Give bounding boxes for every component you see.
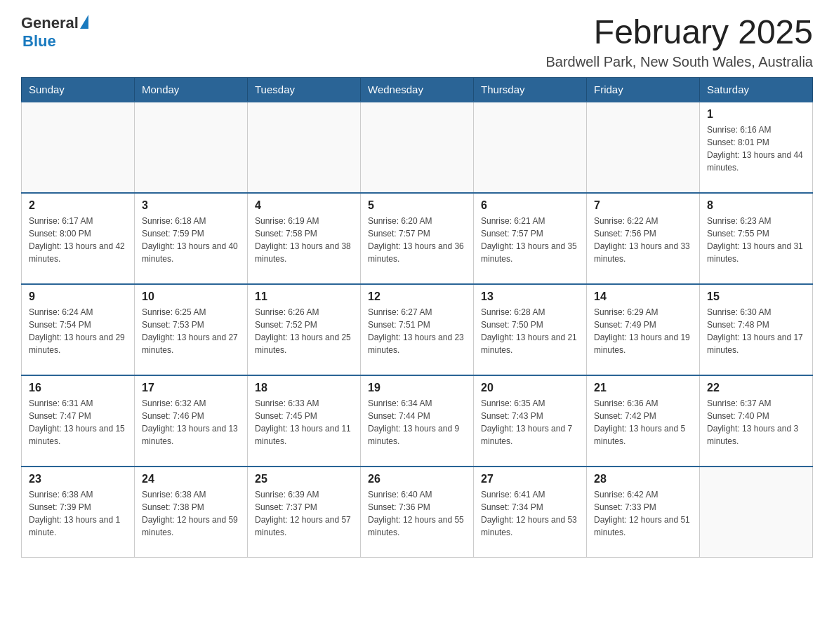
calendar-cell: 25Sunrise: 6:39 AM Sunset: 7:37 PM Dayli… (248, 467, 361, 558)
logo-triangle-icon (80, 15, 88, 29)
day-info: Sunrise: 6:42 AM Sunset: 7:33 PM Dayligh… (594, 488, 692, 539)
calendar-cell: 26Sunrise: 6:40 AM Sunset: 7:36 PM Dayli… (361, 467, 474, 558)
calendar-cell (22, 102, 135, 193)
day-info: Sunrise: 6:38 AM Sunset: 7:38 PM Dayligh… (142, 488, 240, 539)
calendar-cell: 7Sunrise: 6:22 AM Sunset: 7:56 PM Daylig… (587, 193, 700, 284)
calendar-cell: 16Sunrise: 6:31 AM Sunset: 7:47 PM Dayli… (22, 375, 135, 467)
day-info: Sunrise: 6:39 AM Sunset: 7:37 PM Dayligh… (255, 488, 353, 539)
day-number: 7 (594, 199, 692, 212)
day-number: 12 (368, 290, 466, 303)
calendar-cell: 23Sunrise: 6:38 AM Sunset: 7:39 PM Dayli… (22, 467, 135, 558)
day-number: 25 (255, 473, 353, 485)
day-info: Sunrise: 6:34 AM Sunset: 7:44 PM Dayligh… (368, 397, 466, 448)
week-row-1: 2Sunrise: 6:17 AM Sunset: 8:00 PM Daylig… (22, 193, 813, 284)
calendar-cell: 27Sunrise: 6:41 AM Sunset: 7:34 PM Dayli… (474, 467, 587, 558)
day-info: Sunrise: 6:36 AM Sunset: 7:42 PM Dayligh… (594, 397, 692, 448)
calendar-cell: 17Sunrise: 6:32 AM Sunset: 7:46 PM Dayli… (135, 375, 248, 467)
week-row-4: 23Sunrise: 6:38 AM Sunset: 7:39 PM Dayli… (22, 467, 813, 558)
calendar-cell: 8Sunrise: 6:23 AM Sunset: 7:55 PM Daylig… (700, 193, 813, 284)
week-row-0: 1Sunrise: 6:16 AM Sunset: 8:01 PM Daylig… (22, 102, 813, 193)
calendar-cell: 21Sunrise: 6:36 AM Sunset: 7:42 PM Dayli… (587, 375, 700, 467)
day-info: Sunrise: 6:26 AM Sunset: 7:52 PM Dayligh… (255, 306, 353, 356)
calendar-table: SundayMondayTuesdayWednesdayThursdayFrid… (21, 77, 813, 558)
day-number: 26 (368, 473, 466, 485)
calendar-cell: 5Sunrise: 6:20 AM Sunset: 7:57 PM Daylig… (361, 193, 474, 284)
header-wednesday: Wednesday (361, 77, 474, 102)
day-info: Sunrise: 6:16 AM Sunset: 8:01 PM Dayligh… (707, 123, 805, 174)
day-number: 22 (707, 382, 805, 394)
week-row-2: 9Sunrise: 6:24 AM Sunset: 7:54 PM Daylig… (22, 284, 813, 375)
day-number: 15 (707, 290, 805, 303)
day-info: Sunrise: 6:40 AM Sunset: 7:36 PM Dayligh… (368, 488, 466, 539)
day-info: Sunrise: 6:17 AM Sunset: 8:00 PM Dayligh… (29, 215, 127, 265)
logo-general-text: General (21, 14, 79, 32)
calendar-cell (248, 102, 361, 193)
calendar-cell (474, 102, 587, 193)
page-header: General Blue February 2025 Bardwell Park… (21, 14, 813, 70)
day-number: 24 (142, 473, 240, 485)
day-info: Sunrise: 6:38 AM Sunset: 7:39 PM Dayligh… (29, 488, 127, 539)
day-info: Sunrise: 6:27 AM Sunset: 7:51 PM Dayligh… (368, 306, 466, 356)
calendar-cell: 3Sunrise: 6:18 AM Sunset: 7:59 PM Daylig… (135, 193, 248, 284)
calendar-cell: 22Sunrise: 6:37 AM Sunset: 7:40 PM Dayli… (700, 375, 813, 467)
calendar-cell: 13Sunrise: 6:28 AM Sunset: 7:50 PM Dayli… (474, 284, 587, 375)
day-info: Sunrise: 6:22 AM Sunset: 7:56 PM Dayligh… (594, 215, 692, 265)
title-section: February 2025 Bardwell Park, New South W… (545, 14, 813, 70)
calendar-cell (587, 102, 700, 193)
day-number: 5 (368, 199, 466, 212)
day-number: 27 (481, 473, 579, 485)
day-number: 17 (142, 382, 240, 394)
day-info: Sunrise: 6:35 AM Sunset: 7:43 PM Dayligh… (481, 397, 579, 448)
day-info: Sunrise: 6:33 AM Sunset: 7:45 PM Dayligh… (255, 397, 353, 448)
day-number: 8 (707, 199, 805, 212)
calendar-cell: 15Sunrise: 6:30 AM Sunset: 7:48 PM Dayli… (700, 284, 813, 375)
header-friday: Friday (587, 77, 700, 102)
day-number: 11 (255, 290, 353, 303)
day-number: 4 (255, 199, 353, 212)
day-number: 9 (29, 290, 127, 303)
day-number: 23 (29, 473, 127, 485)
day-number: 18 (255, 382, 353, 394)
location-title: Bardwell Park, New South Wales, Australi… (545, 54, 813, 70)
day-number: 1 (707, 108, 805, 121)
day-number: 3 (142, 199, 240, 212)
logo-blue-text: Blue (22, 32, 56, 51)
header-saturday: Saturday (700, 77, 813, 102)
day-info: Sunrise: 6:29 AM Sunset: 7:49 PM Dayligh… (594, 306, 692, 356)
day-info: Sunrise: 6:24 AM Sunset: 7:54 PM Dayligh… (29, 306, 127, 356)
calendar-cell: 14Sunrise: 6:29 AM Sunset: 7:49 PM Dayli… (587, 284, 700, 375)
month-title: February 2025 (545, 14, 813, 51)
calendar-cell: 18Sunrise: 6:33 AM Sunset: 7:45 PM Dayli… (248, 375, 361, 467)
calendar-cell (361, 102, 474, 193)
day-number: 13 (481, 290, 579, 303)
day-info: Sunrise: 6:41 AM Sunset: 7:34 PM Dayligh… (481, 488, 579, 539)
day-number: 21 (594, 382, 692, 394)
logo: General Blue (21, 14, 88, 51)
calendar-cell: 6Sunrise: 6:21 AM Sunset: 7:57 PM Daylig… (474, 193, 587, 284)
calendar-header-row: SundayMondayTuesdayWednesdayThursdayFrid… (22, 77, 813, 102)
day-number: 16 (29, 382, 127, 394)
day-info: Sunrise: 6:23 AM Sunset: 7:55 PM Dayligh… (707, 215, 805, 265)
calendar-cell (135, 102, 248, 193)
day-info: Sunrise: 6:32 AM Sunset: 7:46 PM Dayligh… (142, 397, 240, 448)
header-sunday: Sunday (22, 77, 135, 102)
day-number: 28 (594, 473, 692, 485)
calendar-cell: 12Sunrise: 6:27 AM Sunset: 7:51 PM Dayli… (361, 284, 474, 375)
calendar-cell: 1Sunrise: 6:16 AM Sunset: 8:01 PM Daylig… (700, 102, 813, 193)
day-info: Sunrise: 6:28 AM Sunset: 7:50 PM Dayligh… (481, 306, 579, 356)
day-number: 2 (29, 199, 127, 212)
day-info: Sunrise: 6:31 AM Sunset: 7:47 PM Dayligh… (29, 397, 127, 448)
calendar-cell: 4Sunrise: 6:19 AM Sunset: 7:58 PM Daylig… (248, 193, 361, 284)
calendar-cell: 11Sunrise: 6:26 AM Sunset: 7:52 PM Dayli… (248, 284, 361, 375)
calendar-cell (700, 467, 813, 558)
day-info: Sunrise: 6:20 AM Sunset: 7:57 PM Dayligh… (368, 215, 466, 265)
calendar-cell: 24Sunrise: 6:38 AM Sunset: 7:38 PM Dayli… (135, 467, 248, 558)
day-number: 6 (481, 199, 579, 212)
day-info: Sunrise: 6:25 AM Sunset: 7:53 PM Dayligh… (142, 306, 240, 356)
day-info: Sunrise: 6:30 AM Sunset: 7:48 PM Dayligh… (707, 306, 805, 356)
calendar-cell: 19Sunrise: 6:34 AM Sunset: 7:44 PM Dayli… (361, 375, 474, 467)
day-number: 19 (368, 382, 466, 394)
day-number: 10 (142, 290, 240, 303)
calendar-cell: 10Sunrise: 6:25 AM Sunset: 7:53 PM Dayli… (135, 284, 248, 375)
day-info: Sunrise: 6:37 AM Sunset: 7:40 PM Dayligh… (707, 397, 805, 448)
